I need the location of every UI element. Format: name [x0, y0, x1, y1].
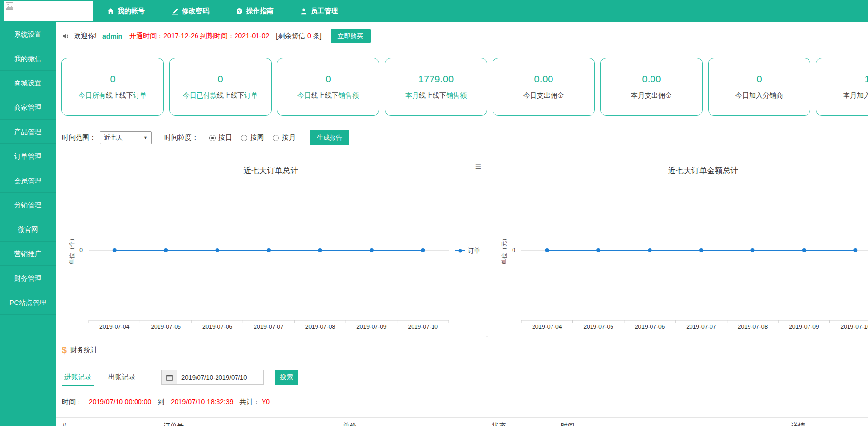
- buy-now-button[interactable]: 立即购买: [331, 29, 371, 43]
- svg-text:2019-07-08: 2019-07-08: [738, 324, 768, 330]
- finance-tabs-row: 进账记录出账记录 搜索: [56, 368, 868, 386]
- charts-row: 近七天订单总计 ≡ 单位（个） 0 2019-07-042019-07-0520…: [56, 157, 868, 337]
- topbar-item-label: 我的帐号: [118, 7, 145, 16]
- stat-label: 今日所有线上线下订单: [79, 91, 147, 100]
- stat-value: 0.00: [642, 74, 661, 85]
- search-button[interactable]: 搜索: [275, 370, 298, 385]
- time-range-label: 时间范围：: [62, 133, 96, 142]
- svg-text:2019-07-10: 2019-07-10: [408, 324, 438, 330]
- sidebar-item-merchant-management[interactable]: 商家管理: [0, 95, 56, 120]
- svg-text:2019-07-10: 2019-07-10: [841, 324, 868, 330]
- sidebar-item-marketing-promotion[interactable]: 营销推广: [0, 242, 56, 266]
- stat-card: 0今日所有线上线下订单: [61, 58, 164, 116]
- sidebar-item-mall-settings[interactable]: 商城设置: [0, 71, 56, 95]
- svg-text:2019-07-04: 2019-07-04: [532, 324, 562, 330]
- chart-legend-label: 订单: [468, 246, 480, 255]
- table-header-cell: 状态: [492, 422, 506, 426]
- svg-text:2019-07-06: 2019-07-06: [635, 324, 665, 330]
- topbar-item-my-account[interactable]: 我的帐号: [107, 7, 145, 16]
- stat-label: 本月支出佣金: [631, 91, 672, 100]
- stat-card: 0今日已付款线上线下订单: [169, 58, 272, 116]
- stat-label: 本月线上线下销售额: [405, 91, 467, 100]
- radio-icon[interactable]: [241, 135, 247, 141]
- svg-text:2019-07-05: 2019-07-05: [583, 324, 613, 330]
- topbar-item-staff-management[interactable]: 员工管理: [300, 7, 338, 16]
- stat-value: 1: [864, 74, 868, 85]
- svg-text:2019-07-04: 2019-07-04: [99, 324, 130, 330]
- orders-chart-panel: 近七天订单总计 ≡ 单位（个） 0 2019-07-042019-07-0520…: [56, 157, 486, 337]
- stat-label: 本月加入分销商: [843, 91, 868, 100]
- table-header-cell: 详情: [791, 422, 805, 426]
- svg-text:?: ?: [238, 9, 240, 14]
- granularity-label: 时间粒度：: [164, 133, 198, 142]
- radio-icon[interactable]: [209, 135, 216, 141]
- stat-card: 0今日线上线下销售额: [277, 58, 379, 116]
- summary-total-label: 共计：: [240, 398, 260, 406]
- dashboard-screen: 我的帐号修改密码?操作指南员工管理 系统设置我的微信商城设置商家管理产品管理订单…: [0, 0, 868, 426]
- dollar-icon: $: [62, 345, 67, 356]
- summary-start-time: 2019/07/10 00:00:00: [89, 398, 151, 406]
- table-header-cell: 单价: [343, 422, 356, 426]
- sidebar-item-product-management[interactable]: 产品管理: [0, 120, 56, 144]
- sidebar-item-system-settings[interactable]: 系统设置: [0, 22, 56, 46]
- finance-table-header: #订单号单价状态时间详情: [56, 417, 868, 426]
- edit-icon: [172, 8, 178, 15]
- topbar-item-change-password[interactable]: 修改密码: [172, 7, 209, 16]
- sidebar-item-finance-management[interactable]: 财务管理: [0, 266, 56, 290]
- topbar-item-operation-guide[interactable]: ?操作指南: [236, 7, 274, 16]
- stat-card: 1本月加入分销商: [816, 58, 868, 116]
- summary-to-label: 到: [158, 398, 164, 406]
- help-icon: ?: [236, 8, 243, 15]
- time-range-select[interactable]: 近七天 ▼: [100, 131, 152, 144]
- svg-text:2019-07-09: 2019-07-09: [789, 324, 819, 330]
- summary-time-label: 时间：: [62, 398, 82, 406]
- home-icon: [107, 8, 114, 15]
- stat-card: 1779.00本月线上线下销售额: [385, 58, 487, 116]
- radio-icon[interactable]: [273, 135, 279, 141]
- granularity-radio-0[interactable]: 按日: [209, 133, 232, 142]
- table-header-cell: #: [62, 422, 66, 426]
- tab-income-records[interactable]: 进账记录: [62, 368, 94, 386]
- stat-label: 今日已付款线上线下订单: [183, 91, 258, 100]
- staff-icon: [300, 8, 307, 15]
- svg-text:2019-07-06: 2019-07-06: [202, 324, 233, 330]
- granularity-radio-1[interactable]: 按周: [241, 133, 264, 142]
- table-header-cell: 时间: [561, 422, 574, 426]
- sidebar-item-order-management[interactable]: 订单管理: [0, 144, 56, 168]
- sidebar-item-distribution-management[interactable]: 分销管理: [0, 193, 56, 217]
- date-range-input[interactable]: [177, 370, 264, 385]
- stat-value: 0.00: [534, 74, 553, 85]
- svg-text:2019-07-09: 2019-07-09: [356, 324, 387, 330]
- sidebar-item-micro-site[interactable]: 微官网: [0, 217, 56, 242]
- order-amount-chart-panel: 近七天订单金额总计 ≡ 单位（元） 0 2019-07-042019-07-05…: [488, 157, 868, 337]
- stat-label: 今日支出佣金: [523, 91, 564, 100]
- account-period-text: 开通时间：2017-12-26 到期时间：2021-01-02: [129, 32, 269, 41]
- summary-total-value: ¥0: [262, 398, 270, 406]
- radio-label: 按日: [218, 133, 232, 142]
- sidebar-item-pc-site-management[interactable]: PC站点管理: [0, 290, 56, 315]
- logo[interactable]: [4, 1, 93, 21]
- svg-text:2019-07-08: 2019-07-08: [305, 324, 335, 330]
- calendar-icon[interactable]: [161, 370, 177, 385]
- stat-label: 今日线上线下销售额: [297, 91, 359, 100]
- topbar-item-label: 员工管理: [311, 7, 338, 16]
- granularity-radios: 按日按周按月: [209, 133, 304, 142]
- radio-label: 按月: [282, 133, 296, 142]
- generate-report-button[interactable]: 生成报告: [310, 130, 349, 145]
- stat-cards: 0今日所有线上线下订单0今日已付款线上线下订单0今日线上线下销售额1779.00…: [56, 58, 868, 116]
- finance-section-header: $ 财务统计: [62, 344, 98, 357]
- svg-text:2019-07-05: 2019-07-05: [151, 324, 181, 330]
- stat-value: 0: [217, 74, 223, 85]
- tab-outgo-records[interactable]: 出账记录: [106, 368, 138, 386]
- chart-legend[interactable]: 订单: [455, 246, 480, 255]
- stat-value: 1779.00: [418, 74, 454, 85]
- sidebar-item-my-wechat[interactable]: 我的微信: [0, 46, 56, 71]
- stat-card: 0.00本月支出佣金: [600, 58, 703, 116]
- stat-value: 0: [325, 74, 331, 85]
- sms-count: 0: [307, 32, 311, 40]
- main-content: 欢迎你! admin 开通时间：2017-12-26 到期时间：2021-01-…: [56, 22, 868, 426]
- sidebar-menu: 系统设置我的微信商城设置商家管理产品管理订单管理会员管理分销管理微官网营销推广财…: [0, 22, 56, 426]
- sidebar-item-member-management[interactable]: 会员管理: [0, 168, 56, 193]
- filter-row: 时间范围： 近七天 ▼ 时间粒度： 按日按周按月 生成报告: [56, 130, 868, 145]
- granularity-radio-2[interactable]: 按月: [273, 133, 296, 142]
